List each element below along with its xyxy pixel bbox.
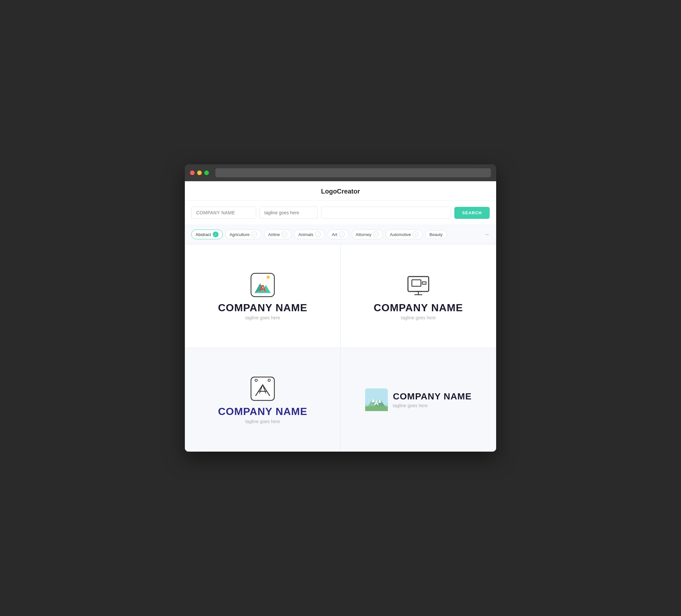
- logo-card-2[interactable]: COMPANY NAME tagline goes here: [340, 244, 496, 348]
- tagline-input[interactable]: [259, 207, 318, 219]
- category-chip-agriculture[interactable]: Agriculture ✓: [225, 230, 261, 239]
- card3-company-name: COMPANY NAME: [218, 406, 307, 417]
- logo-card-4[interactable]: A COMPANY NAME tagline goes here: [340, 348, 496, 452]
- animals-check-icon: ✓: [315, 231, 321, 237]
- logo-icon-mountain-a: A: [250, 272, 276, 298]
- browser-content: LogoCreator SEARCH Abstract ✓ Agricultur…: [185, 181, 496, 452]
- animals-label: Animals: [298, 232, 313, 237]
- svg-point-1: [267, 276, 270, 279]
- more-categories-arrow[interactable]: →: [484, 231, 490, 238]
- card4-company-name: COMPANY NAME: [393, 391, 472, 402]
- logo-card-1[interactable]: A COMPANY NAME tagline goes here: [185, 244, 340, 348]
- card4-tagline: tagline goes here: [393, 403, 472, 408]
- search-bar: SEARCH: [185, 201, 496, 225]
- airline-check-icon: ✓: [281, 231, 287, 237]
- automotive-check-icon: ✓: [412, 231, 418, 237]
- search-button[interactable]: SEARCH: [454, 207, 490, 219]
- abstract-check-icon: ✓: [213, 231, 219, 237]
- category-chip-beauty[interactable]: Beauty: [425, 230, 447, 239]
- app-title: LogoCreator: [321, 188, 360, 195]
- svg-rect-6: [412, 280, 421, 286]
- logo-icon-landscape: A: [365, 388, 388, 411]
- category-chip-airline[interactable]: Airline ✓: [264, 230, 292, 239]
- logo-card-3[interactable]: COMPANY NAME tagline goes here: [185, 348, 340, 452]
- svg-rect-11: [251, 377, 274, 401]
- category-chip-abstract[interactable]: Abstract ✓: [191, 230, 223, 239]
- card1-company-name: COMPANY NAME: [218, 302, 307, 314]
- category-bar: Abstract ✓ Agriculture ✓ Airline ✓ Anima…: [185, 225, 496, 244]
- category-chip-art[interactable]: Art ✓: [328, 230, 349, 239]
- agriculture-check-icon: ✓: [251, 231, 257, 237]
- category-chip-animals[interactable]: Animals ✓: [294, 230, 325, 239]
- attorney-label: Attorney: [356, 232, 371, 237]
- company-name-input[interactable]: [191, 207, 256, 219]
- browser-titlebar: [185, 164, 496, 181]
- card2-company-name: COMPANY NAME: [374, 302, 463, 314]
- close-button[interactable]: [190, 171, 195, 175]
- address-bar[interactable]: [215, 168, 491, 177]
- logo-icon-monitor: [405, 272, 431, 298]
- maximize-button[interactable]: [204, 171, 209, 175]
- card2-tagline: tagline goes here: [401, 315, 435, 320]
- art-label: Art: [332, 232, 337, 237]
- abstract-label: Abstract: [196, 232, 211, 237]
- app-header: LogoCreator: [185, 181, 496, 201]
- card1-tagline: tagline goes here: [245, 315, 280, 320]
- browser-window: LogoCreator SEARCH Abstract ✓ Agricultur…: [185, 164, 496, 452]
- svg-text:A: A: [259, 283, 266, 293]
- category-chip-attorney[interactable]: Attorney ✓: [352, 230, 383, 239]
- airline-label: Airline: [268, 232, 280, 237]
- category-chip-automotive[interactable]: Automotive ✓: [385, 230, 423, 239]
- card3-tagline: tagline goes here: [245, 419, 280, 424]
- card4-text-group: COMPANY NAME tagline goes here: [393, 391, 472, 408]
- svg-text:A: A: [374, 400, 378, 407]
- logo-icon-mountain-a-outline: [250, 376, 276, 402]
- attorney-check-icon: ✓: [373, 231, 379, 237]
- art-check-icon: ✓: [339, 231, 345, 237]
- svg-rect-7: [422, 282, 426, 284]
- minimize-button[interactable]: [197, 171, 202, 175]
- agriculture-label: Agriculture: [230, 232, 250, 237]
- automotive-label: Automotive: [390, 232, 411, 237]
- svg-rect-20: [365, 406, 388, 411]
- beauty-label: Beauty: [429, 232, 442, 237]
- logo-grid: A COMPANY NAME tagline goes here COMPANY…: [185, 244, 496, 452]
- industry-input[interactable]: [321, 207, 451, 219]
